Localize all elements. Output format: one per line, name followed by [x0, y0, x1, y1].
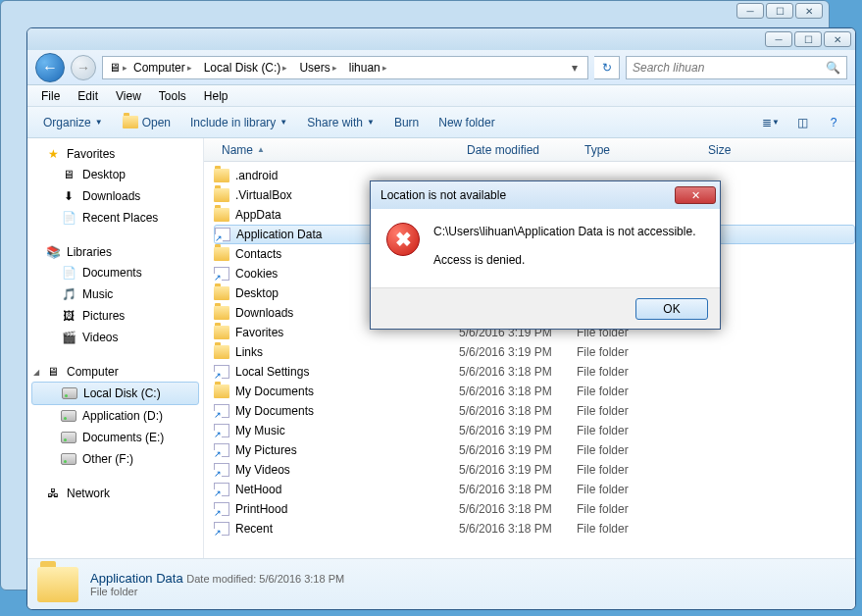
- breadcrumb[interactable]: 🖥 ▸ Computer▸ Local Disk (C:)▸ Users▸ li…: [102, 56, 588, 79]
- drive-icon: [62, 387, 77, 399]
- file-name: My Documents: [235, 385, 314, 398]
- share-with-button[interactable]: Share with▼: [299, 112, 382, 133]
- sidebar-downloads[interactable]: ⬇Downloads: [27, 185, 203, 207]
- file-name: .android: [235, 169, 278, 182]
- titlebar[interactable]: ─ ☐ ✕: [27, 28, 855, 50]
- file-name: Downloads: [235, 306, 293, 320]
- file-name: .VirtualBox: [235, 188, 292, 202]
- file-date: 5/6/2016 3:19 PM: [459, 424, 577, 437]
- file-row[interactable]: Links5/6/2016 3:19 PMFile folder: [214, 342, 855, 362]
- organize-button[interactable]: Organize▼: [35, 112, 111, 133]
- music-icon: 🎵: [61, 286, 76, 302]
- sidebar-libraries[interactable]: 📚Libraries: [27, 242, 203, 262]
- menu-file[interactable]: File: [33, 87, 68, 105]
- file-row[interactable]: NetHood5/6/2016 3:18 PMFile folder: [214, 480, 855, 499]
- search-box[interactable]: 🔍: [626, 56, 847, 79]
- refresh-button[interactable]: ↻: [594, 56, 620, 79]
- toolbar: Organize▼ Open Include in library▼ Share…: [27, 107, 855, 138]
- column-date[interactable]: Date modified: [459, 143, 577, 157]
- desktop-icon: 🖥: [61, 167, 76, 182]
- shortcut-icon: [214, 522, 229, 536]
- shortcut-icon: [214, 483, 229, 496]
- sidebar-pictures[interactable]: 🖼Pictures: [27, 305, 203, 327]
- file-type: File folder: [577, 424, 700, 437]
- menu-help[interactable]: Help: [196, 87, 236, 105]
- bg-close-button[interactable]: ✕: [795, 3, 823, 19]
- sidebar-documents[interactable]: 📄Documents: [27, 262, 203, 283]
- file-name: My Documents: [235, 404, 314, 418]
- libraries-icon: 📚: [45, 244, 61, 260]
- search-input[interactable]: [633, 61, 826, 75]
- file-row[interactable]: My Pictures5/6/2016 3:19 PMFile folder: [214, 440, 855, 460]
- include-library-button[interactable]: Include in library▼: [182, 112, 295, 133]
- breadcrumb-lihuan[interactable]: lihuan▸: [343, 57, 393, 78]
- dialog-close-button[interactable]: ✕: [675, 186, 716, 204]
- star-icon: ★: [45, 146, 61, 162]
- file-type: File folder: [577, 385, 700, 398]
- menu-edit[interactable]: Edit: [70, 87, 106, 105]
- nav-back-button[interactable]: ←: [35, 53, 65, 82]
- sidebar-application-d[interactable]: Application (D:): [27, 405, 203, 427]
- sidebar-desktop[interactable]: 🖥Desktop: [27, 164, 203, 185]
- sidebar-videos[interactable]: 🎬Videos: [27, 327, 203, 348]
- sidebar-local-disk-c[interactable]: Local Disk (C:): [31, 382, 199, 405]
- menu-view[interactable]: View: [108, 87, 149, 105]
- breadcrumb-localdisk[interactable]: Local Disk (C:)▸: [198, 57, 294, 78]
- preview-pane-button[interactable]: ◫: [788, 112, 816, 133]
- help-button[interactable]: ?: [820, 112, 847, 133]
- sidebar-documents-e[interactable]: Documents (E:): [27, 427, 203, 448]
- dialog-titlebar[interactable]: Location is not available ✕: [371, 181, 720, 209]
- minimize-button[interactable]: ─: [765, 31, 792, 47]
- burn-button[interactable]: Burn: [386, 112, 427, 133]
- close-button[interactable]: ✕: [824, 31, 851, 47]
- sidebar-favorites[interactable]: ★Favorites: [27, 144, 203, 164]
- computer-icon: 🖥: [45, 364, 61, 380]
- breadcrumb-computer[interactable]: Computer▸: [127, 57, 198, 78]
- file-type: File folder: [577, 443, 700, 457]
- new-folder-button[interactable]: New folder: [431, 112, 502, 133]
- menu-tools[interactable]: Tools: [151, 87, 194, 105]
- file-row[interactable]: My Videos5/6/2016 3:19 PMFile folder: [214, 460, 855, 480]
- search-icon[interactable]: 🔍: [826, 61, 840, 75]
- file-name: NetHood: [235, 483, 281, 496]
- maximize-button[interactable]: ☐: [794, 31, 822, 47]
- breadcrumb-dropdown[interactable]: ▾: [566, 61, 583, 75]
- file-name: Application Data: [236, 228, 322, 241]
- nav-forward-button[interactable]: →: [71, 55, 96, 80]
- file-date: 5/6/2016 3:18 PM: [459, 404, 577, 418]
- sort-asc-icon: ▲: [257, 145, 265, 154]
- file-row[interactable]: Local Settings5/6/2016 3:18 PMFile folde…: [214, 362, 855, 382]
- sidebar-music[interactable]: 🎵Music: [27, 283, 203, 305]
- sidebar-other-f[interactable]: Other (F:): [27, 448, 203, 470]
- dialog-title: Location is not available: [380, 188, 506, 202]
- drive-icon: [61, 432, 76, 443]
- open-button[interactable]: Open: [115, 112, 178, 133]
- view-options-button[interactable]: ≣ ▼: [757, 112, 785, 133]
- sidebar-computer[interactable]: ◢🖥Computer: [27, 362, 203, 382]
- ok-button[interactable]: OK: [635, 298, 708, 320]
- bg-maximize-button[interactable]: ☐: [766, 3, 793, 19]
- details-pane: Application Data Date modified: 5/6/2016…: [27, 558, 855, 609]
- file-row[interactable]: My Documents5/6/2016 3:18 PMFile folder: [214, 401, 855, 421]
- expand-icon[interactable]: ◢: [33, 368, 39, 377]
- file-row[interactable]: My Music5/6/2016 3:19 PMFile folder: [214, 421, 855, 440]
- details-type: File folder: [90, 586, 344, 597]
- file-date: 5/6/2016 3:19 PM: [459, 345, 577, 359]
- folder-icon: [214, 326, 229, 339]
- column-type[interactable]: Type: [577, 143, 700, 157]
- file-row[interactable]: PrintHood5/6/2016 3:18 PMFile folder: [214, 499, 855, 519]
- file-date: 5/6/2016 3:18 PM: [459, 483, 577, 496]
- folder-icon: [214, 385, 229, 398]
- folder-icon: [214, 286, 229, 300]
- file-row[interactable]: Recent5/6/2016 3:18 PMFile folder: [214, 519, 855, 539]
- navigation-pane[interactable]: ★Favorites 🖥Desktop ⬇Downloads 📄Recent P…: [27, 138, 204, 558]
- file-type: File folder: [577, 463, 700, 477]
- column-size[interactable]: Size: [700, 143, 769, 157]
- folder-icon: [214, 208, 229, 222]
- sidebar-recent-places[interactable]: 📄Recent Places: [27, 207, 203, 229]
- file-row[interactable]: My Documents5/6/2016 3:18 PMFile folder: [214, 382, 855, 401]
- column-name[interactable]: Name ▲: [214, 143, 459, 157]
- bg-minimize-button[interactable]: ─: [736, 3, 764, 19]
- breadcrumb-users[interactable]: Users▸: [293, 57, 342, 78]
- sidebar-network[interactable]: 🖧Network: [27, 484, 203, 503]
